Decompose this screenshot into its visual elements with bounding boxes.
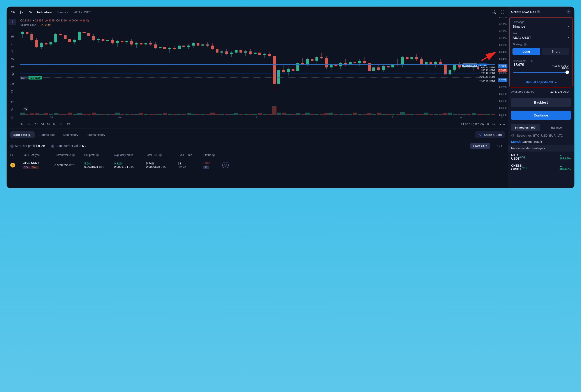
strategy-item[interactable]: RIF / USDTlong▲ 187.85% (508, 152, 574, 162)
bot-row[interactable]: BTC / USDT DCA Short 0.0532856 BTC 5.9%0… (7, 159, 508, 171)
search-icon (511, 134, 515, 137)
side-tabs: Strategies (359) Balance (511, 124, 571, 131)
app-shell: 1h Indicators Binance ADA / USDT (6, 6, 575, 188)
svg-point-9 (512, 134, 514, 136)
investment-slider[interactable]: 100% (513, 70, 569, 74)
pencil-tool[interactable] (8, 106, 16, 113)
text-tool[interactable] (8, 48, 16, 55)
ruler-tool[interactable] (8, 81, 16, 88)
tab-spot-bots[interactable]: Spot bots (1) (10, 132, 34, 138)
stop-bot-icon[interactable] (222, 162, 229, 168)
recommended-header: Recommended strategies (508, 145, 574, 152)
time-interval-bar: 3m1m7d3d1d6h1h 14:10:31 (UTC+3) % log au… (17, 120, 508, 128)
side-panel: Create DCA Boti ✕ Exchange Binance▾ Pair… (508, 7, 574, 188)
tab-balance[interactable]: Balance (542, 124, 571, 131)
axis-gear-icon[interactable] (501, 116, 504, 119)
x-axis[interactable]: 28Mar23456 (17, 115, 495, 120)
strategy-item[interactable]: CHESS / USDTlong▲ 107.68% (508, 162, 574, 172)
chevron-down-icon: ▾ (568, 36, 570, 39)
svg-point-6 (502, 117, 503, 118)
continue-button[interactable]: Continue (511, 110, 571, 120)
pattern-tool[interactable] (8, 56, 16, 62)
trendline-tool[interactable] (8, 26, 16, 33)
available-balance: Available balance 13 479.4 USDT (508, 88, 574, 96)
tab-futures-history[interactable]: Futures history (83, 132, 108, 138)
fx-icon[interactable] (26, 9, 33, 16)
fullscreen-icon[interactable] (499, 9, 506, 16)
manual-adjustment-link[interactable]: Manual adjustment ▸ (512, 80, 570, 84)
chart-toolbar: 1h Indicators Binance ADA / USDT (7, 7, 508, 17)
volume-bars (17, 106, 495, 115)
info-icon: i (51, 144, 54, 148)
backtest-button[interactable]: Backtest (511, 98, 571, 107)
log-toggle[interactable]: log (492, 123, 496, 126)
strategy-short-button[interactable]: Short (542, 48, 570, 55)
pair-label[interactable]: ADA / USDT (72, 9, 93, 15)
pair-field[interactable]: Pair ADA / USDT▾ (512, 30, 570, 41)
svg-rect-5 (11, 117, 13, 118)
chart-pane[interactable]: O0.3333 H0.3335 L0.3325 C0.3326 -0.0006 … (17, 17, 508, 128)
magnet-tool[interactable] (8, 99, 16, 105)
svg-point-2 (11, 73, 13, 75)
auto-toggle[interactable]: auto (499, 123, 505, 126)
tradingview-logo: TV (23, 107, 28, 112)
info-icon[interactable]: i (537, 10, 540, 13)
svg-point-0 (494, 12, 495, 13)
svg-rect-7 (67, 123, 70, 125)
side-header: Create DCA Boti ✕ (508, 7, 574, 16)
svg-rect-3 (10, 83, 13, 86)
drawing-tools (7, 17, 17, 128)
bot-tabs: Spot bots (1) Futures bots Spot history … (7, 129, 508, 140)
candle-style-icon[interactable] (18, 9, 25, 16)
tab-strategies[interactable]: Strategies (359) (511, 124, 540, 131)
emoji-tool[interactable] (8, 71, 16, 77)
fib-tool[interactable] (8, 34, 16, 40)
bots-table-header: Ex. Pair / Bot type Current valuei Bot p… (7, 151, 508, 159)
backtest-result-title: Month backtest result (508, 138, 574, 145)
y-axis[interactable]: 0.37000.36500.36000.35500.35000.34500.34… (495, 17, 508, 115)
bottom-panel: Spot bots (1) Futures bots Spot history … (7, 128, 508, 188)
info-icon[interactable]: i (524, 43, 527, 46)
goto-date-icon[interactable] (67, 122, 70, 126)
main-column: 1h Indicators Binance ADA / USDT (7, 7, 508, 188)
strategy-search[interactable]: Search, ex. BTC, USD, EUR, LTC (511, 134, 571, 137)
chart-overlay-lines: DCA 41 333.39 Take Profit 30.38 1 043.44… (20, 26, 495, 107)
tab-futures-bots[interactable]: Futures bots (36, 132, 58, 138)
ohlc-readout: O0.3333 H0.3335 L0.3325 C0.3326 -0.0006 … (20, 19, 89, 22)
share-earn-button[interactable]: Share & Earn (475, 131, 505, 138)
clock-readout: 14:10:31 (UTC+3) (461, 123, 484, 126)
profit-ccy-button[interactable]: Profit CCY (470, 143, 490, 149)
binance-logo-icon (10, 163, 15, 168)
info-icon: i (10, 144, 13, 148)
create-bot-form: Exchange Binance▾ Pair ADA / USDT▾ Strat… (510, 17, 573, 88)
percent-toggle[interactable]: % (487, 123, 490, 126)
brush-tool[interactable] (8, 41, 16, 48)
investment-input[interactable]: 13479 (513, 63, 535, 67)
summary-row: iSum. bot profit $ 0 0% iSum. current va… (7, 140, 508, 151)
chevron-down-icon: ▾ (568, 25, 570, 28)
exchange-field[interactable]: Exchange Binance▾ (512, 19, 570, 30)
strategy-long-button[interactable]: Long (513, 48, 540, 55)
lock-tool[interactable] (8, 114, 16, 120)
chart-column: O0.3333 H0.3335 L0.3325 C0.3326 -0.0006 … (17, 17, 508, 128)
exchange-label[interactable]: Binance (55, 9, 71, 15)
gear-icon[interactable] (491, 9, 498, 16)
zoom-tool[interactable] (8, 88, 16, 95)
indicators-button[interactable]: Indicators (35, 9, 54, 15)
tab-spot-history[interactable]: Spot history (60, 132, 81, 138)
crosshair-tool[interactable] (8, 18, 16, 25)
interval-buttons[interactable]: 3m1m7d3d1d6h1h (20, 123, 62, 126)
usd-button[interactable]: USD (492, 143, 505, 149)
position-tool[interactable] (8, 63, 16, 70)
interval-selector[interactable]: 1h (9, 9, 17, 15)
chart-wrapper: O0.3333 H0.3335 L0.3325 C0.3326 -0.0006 … (7, 17, 508, 128)
close-icon[interactable]: ✕ (566, 10, 571, 14)
dca-pill: DCA 41 333.39 (20, 76, 42, 80)
